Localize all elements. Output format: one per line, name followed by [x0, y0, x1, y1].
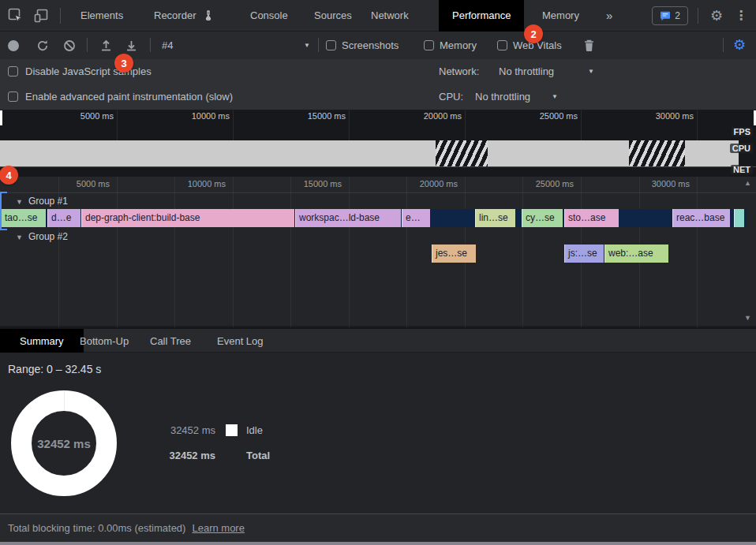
- flask-icon: [204, 10, 213, 21]
- capture-settings: Disable JavaScript samples Network: No t…: [0, 59, 756, 110]
- devtools-tabbar: Elements Recorder Console Sources Networ…: [0, 0, 756, 32]
- clear-icon[interactable]: [63, 39, 76, 52]
- tab-elements[interactable]: Elements: [80, 0, 123, 32]
- flame-bar[interactable]: sto…ase: [564, 209, 619, 227]
- chat-bubble-icon: [660, 11, 671, 21]
- tab-memory[interactable]: Memory: [542, 0, 579, 32]
- flame-bar[interactable]: web:…ase: [604, 245, 668, 263]
- legend-idle-swatch: [226, 424, 238, 436]
- group-1-header[interactable]: ▼Group #1: [0, 195, 756, 208]
- capture-settings-gear-icon[interactable]: ⚙: [733, 32, 746, 59]
- performance-toolbar: #4 ▼ Screenshots Memory Web Vitals ⚙: [0, 32, 756, 59]
- scroll-up-icon[interactable]: ▲: [744, 179, 751, 187]
- flame-row-group-2: jes…sejs:…seweb:…ase: [0, 245, 747, 263]
- collapse-arrow-icon: ▼: [16, 196, 23, 209]
- tab-event-log[interactable]: Event Log: [217, 329, 264, 354]
- divider: [60, 8, 61, 24]
- network-throttle-dropdown-icon[interactable]: ▼: [588, 59, 594, 84]
- total-blocking-time-text: Total blocking time: 0.00ms (estimated)L…: [8, 514, 245, 543]
- cpu-busy-hatch: [629, 140, 685, 166]
- divider: [87, 38, 88, 52]
- group-selection-bracket: [0, 192, 6, 230]
- group-2-header[interactable]: ▼Group #2: [0, 230, 756, 244]
- flame-bar[interactable]: reac…base: [672, 209, 730, 227]
- device-toolbar-icon[interactable]: [33, 8, 49, 24]
- legend-total-label: Total: [246, 450, 270, 461]
- tab-performance[interactable]: Performance: [439, 0, 524, 32]
- flame-bar[interactable]: lin…se: [475, 209, 515, 227]
- memory-checkbox[interactable]: [424, 40, 434, 50]
- history-select-value[interactable]: #4: [162, 32, 173, 59]
- flame-bar[interactable]: dep-graph-client:build-base: [81, 209, 294, 227]
- tab-network[interactable]: Network: [371, 0, 409, 32]
- web-vitals-checkbox[interactable]: [497, 40, 507, 50]
- flame-bar[interactable]: [734, 209, 744, 227]
- tab-recorder[interactable]: Recorder: [154, 0, 213, 32]
- flame-bar[interactable]: e…: [402, 209, 430, 227]
- flame-bar[interactable]: js:…se: [564, 245, 604, 263]
- cpu-throttle-select[interactable]: No throttling: [475, 84, 530, 110]
- scroll-down-icon[interactable]: ▼: [744, 314, 751, 322]
- cpu-busy-hatch: [436, 140, 488, 166]
- flame-bar[interactable]: cy…se: [522, 209, 563, 227]
- devtools-performance-panel: Elements Recorder Console Sources Networ…: [0, 0, 756, 545]
- cpu-lane-label: CPU: [730, 144, 753, 153]
- memory-label[interactable]: Memory: [440, 32, 477, 59]
- collapse-arrow-icon: ▼: [16, 231, 23, 245]
- flame-bar[interactable]: jes…se: [432, 245, 476, 263]
- history-dropdown-icon[interactable]: ▼: [304, 32, 310, 59]
- legend-row-idle: 32452 ms Idle: [152, 424, 263, 436]
- overview-left-handle[interactable]: [0, 110, 2, 125]
- window-bottom-edge: [0, 542, 756, 545]
- screenshots-label[interactable]: Screenshots: [342, 32, 399, 59]
- more-tabs-icon[interactable]: »: [606, 0, 612, 32]
- network-throttle-select[interactable]: No throttling: [499, 59, 554, 84]
- load-profile-icon[interactable]: [99, 39, 113, 52]
- flame-bar[interactable]: tao…se: [1, 209, 46, 227]
- flame-bar[interactable]: workspac…ld-base: [295, 209, 401, 227]
- group-2-label: Group #2: [28, 231, 68, 242]
- cpu-throttle-dropdown-icon[interactable]: ▼: [552, 84, 558, 110]
- inspect-element-icon[interactable]: [8, 8, 24, 24]
- trash-icon[interactable]: [583, 39, 595, 52]
- settings-gear-icon[interactable]: ⚙: [710, 0, 723, 32]
- cpu-throttle-label: CPU:: [439, 84, 463, 110]
- tab-call-tree[interactable]: Call Tree: [150, 329, 191, 354]
- reload-and-record-icon[interactable]: [36, 39, 49, 52]
- net-lane-label: NET: [731, 165, 753, 174]
- overview-ruler: 5000 ms10000 ms15000 ms20000 ms25000 ms3…: [0, 110, 756, 123]
- flame-bar[interactable]: d…e: [47, 209, 80, 227]
- tab-console[interactable]: Console: [250, 0, 288, 32]
- flame-chart[interactable]: 5000 ms10000 ms15000 ms20000 ms25000 ms3…: [0, 177, 756, 327]
- divider: [318, 38, 319, 52]
- donut-center-label: 32452 ms: [11, 390, 117, 496]
- tab-bottom-up[interactable]: Bottom-Up: [80, 329, 129, 354]
- divider: [698, 8, 698, 24]
- legend-row-total: 32452 ms Total: [152, 449, 270, 461]
- overview-cpu-lane: [0, 140, 739, 166]
- divider: [723, 38, 724, 52]
- range-text: Range: 0 – 32.45 s: [8, 363, 101, 375]
- details-tabbar: Summary Bottom-Up Call Tree Event Log: [0, 327, 756, 353]
- overview-net-lane: [0, 166, 756, 177]
- tab-sources[interactable]: Sources: [314, 0, 352, 32]
- footer-bar: Total blocking time: 0.00ms (estimated)L…: [0, 513, 756, 542]
- save-profile-icon[interactable]: [125, 39, 138, 52]
- settings-row-2: Enable advanced paint instrumentation (s…: [0, 84, 756, 110]
- fps-lane-label: FPS: [732, 127, 753, 136]
- screenshots-checkbox[interactable]: [326, 40, 336, 50]
- paint-instrumentation-label[interactable]: Enable advanced paint instrumentation (s…: [25, 84, 233, 110]
- chat-count: 2: [675, 10, 680, 21]
- flame-ruler: 5000 ms10000 ms15000 ms20000 ms25000 ms3…: [0, 177, 756, 193]
- issues-chat-button[interactable]: 2: [652, 6, 688, 25]
- learn-more-link[interactable]: Learn more: [192, 522, 244, 534]
- disable-js-samples-checkbox[interactable]: [8, 66, 18, 77]
- menu-dots-icon[interactable]: ⋮: [735, 0, 747, 32]
- timeline-overview[interactable]: 5000 ms10000 ms15000 ms20000 ms25000 ms3…: [0, 110, 756, 177]
- legend-total-value: 32452 ms: [152, 450, 215, 461]
- network-throttle-label: Network:: [439, 59, 479, 84]
- tab-summary[interactable]: Summary: [0, 329, 84, 354]
- record-icon[interactable]: [8, 40, 19, 51]
- summary-pane: Range: 0 – 32.45 s 32452 ms 32452 ms Idl…: [0, 353, 756, 513]
- paint-instrumentation-checkbox[interactable]: [8, 91, 18, 102]
